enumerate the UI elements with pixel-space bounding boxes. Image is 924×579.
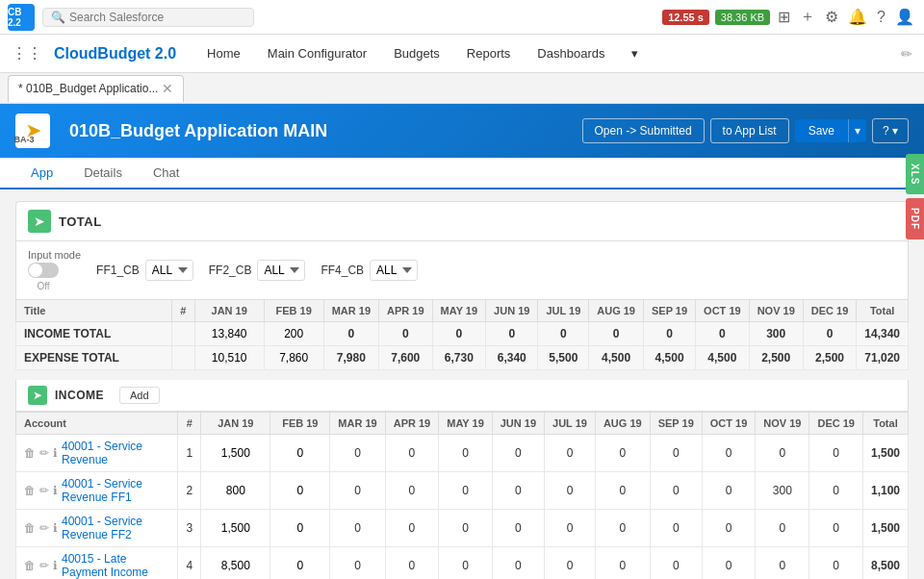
income-add-button[interactable]: Add xyxy=(119,387,160,404)
edit-pencil-icon[interactable]: ✏ xyxy=(901,46,912,62)
total-row-total: 71,020 xyxy=(857,346,909,370)
tab-details[interactable]: Details xyxy=(68,158,138,189)
income-col-may: MAY 19 xyxy=(439,413,493,435)
income-row-jan[interactable] xyxy=(201,435,270,472)
open-submitted-button[interactable]: Open -> Submitted xyxy=(582,118,705,143)
nav-reports[interactable]: Reports xyxy=(455,35,523,73)
grid-icon[interactable]: ⋮⋮ xyxy=(12,44,42,63)
ff2-select[interactable]: ALL xyxy=(257,260,305,281)
total-row-feb[interactable] xyxy=(264,346,323,370)
side-panel: XLS PDF xyxy=(906,154,924,239)
edit-icon[interactable]: ✏ xyxy=(39,446,49,460)
income-row-jan[interactable] xyxy=(201,472,270,510)
save-button[interactable]: Save xyxy=(795,119,848,142)
income-col-apr: APR 19 xyxy=(385,413,439,435)
income-title: INCOME xyxy=(55,389,104,402)
delete-icon[interactable]: 🗑 xyxy=(24,484,36,497)
income-col-sep: SEP 19 xyxy=(650,413,702,435)
account-link[interactable]: 40015 - Late Payment Income xyxy=(62,552,169,579)
total-row-jan[interactable] xyxy=(194,322,264,346)
income-col-jul: JUL 19 xyxy=(545,413,596,435)
nav-budgets[interactable]: Budgets xyxy=(382,35,451,73)
save-dropdown-button[interactable]: ▾ xyxy=(848,119,866,142)
income-row-feb[interactable] xyxy=(270,510,330,547)
menu-icon[interactable]: ⊞ xyxy=(776,6,792,28)
total-row-jan[interactable] xyxy=(194,346,264,370)
total-row-title: EXPENSE TOTAL xyxy=(16,346,172,370)
total-section-icon: ➤ xyxy=(28,210,51,233)
total-row-hash xyxy=(171,322,194,346)
income-row-account: 🗑✏ℹ 40001 - Service Revenue FF1 xyxy=(16,472,178,510)
income-row-account: 🗑✏ℹ 40001 - Service Revenue FF2 xyxy=(16,510,178,547)
tab-budget-application[interactable]: * 010B_Budget Applicatio... ✕ xyxy=(8,75,184,102)
nav-dashboards-arrow[interactable]: ▾ xyxy=(620,35,650,73)
total-row-hash xyxy=(171,346,194,370)
ff4-select[interactable]: ALL xyxy=(370,260,418,281)
income-col-total: Total xyxy=(862,413,908,435)
account-link[interactable]: 40001 - Service Revenue xyxy=(62,440,169,466)
col-jul: JUL 19 xyxy=(538,300,589,322)
income-col-account: Account xyxy=(16,413,178,435)
page-header: ➤ BA-3 010B_Budget Application MAIN Open… xyxy=(0,104,924,158)
nav-main-configurator[interactable]: Main Configurator xyxy=(256,35,378,73)
income-col-feb: FEB 19 xyxy=(270,413,330,435)
income-row-jan[interactable] xyxy=(201,510,270,547)
plus-icon[interactable]: ＋ xyxy=(798,5,817,29)
info-icon[interactable]: ℹ xyxy=(53,521,58,535)
settings-icon[interactable]: ⚙ xyxy=(823,6,840,28)
income-row-feb[interactable] xyxy=(270,435,330,472)
nav-dashboards[interactable]: Dashboards xyxy=(526,35,616,73)
info-icon[interactable]: ℹ xyxy=(53,484,58,497)
delete-icon[interactable]: 🗑 xyxy=(24,559,36,572)
info-icon[interactable]: ℹ xyxy=(53,446,58,460)
delete-icon[interactable]: 🗑 xyxy=(24,521,36,535)
income-col-aug: AUG 19 xyxy=(595,413,650,435)
edit-icon[interactable]: ✏ xyxy=(39,484,49,497)
page-header-icon: ➤ BA-3 xyxy=(15,113,50,148)
income-row-num: 3 xyxy=(178,510,201,547)
tab-chat[interactable]: Chat xyxy=(138,158,194,189)
tab-close-icon[interactable]: ✕ xyxy=(162,81,173,96)
controls-bar: Input mode Off FF1_CB ALL FF2_CB ALL FF4… xyxy=(15,240,909,299)
size-badge: 38.36 KB xyxy=(715,10,770,25)
income-table-row: 🗑✏ℹ 40001 - Service Revenue 1 0 0 0 0 0 … xyxy=(16,435,909,472)
delete-icon[interactable]: 🗑 xyxy=(24,446,36,460)
time-badge: 12.55 s xyxy=(662,10,709,25)
total-table: Title # JAN 19 FEB 19 MAR 19 APR 19 MAY … xyxy=(15,299,909,370)
col-hash: # xyxy=(171,300,194,322)
info-icon[interactable]: ℹ xyxy=(53,559,58,572)
income-row-num: 2 xyxy=(178,472,201,510)
col-jan: JAN 19 xyxy=(194,300,264,322)
input-mode-toggle[interactable] xyxy=(28,263,59,278)
search-bar[interactable]: 🔍 xyxy=(42,8,254,27)
income-row-jan[interactable] xyxy=(201,547,270,580)
income-section-header: ➤ INCOME Add xyxy=(15,380,909,412)
input-mode-label: Input mode xyxy=(28,249,81,261)
edit-icon[interactable]: ✏ xyxy=(39,521,49,535)
income-table-row: 🗑✏ℹ 40001 - Service Revenue FF1 2 0 0 0 … xyxy=(16,472,909,510)
income-row-num: 4 xyxy=(178,547,201,580)
account-link[interactable]: 40001 - Service Revenue FF1 xyxy=(62,477,169,504)
xls-button[interactable]: XLS xyxy=(906,154,924,194)
col-sep: SEP 19 xyxy=(644,300,696,322)
bell-icon[interactable]: 🔔 xyxy=(846,6,869,28)
account-link[interactable]: 40001 - Service Revenue FF2 xyxy=(62,515,169,541)
income-row-feb[interactable] xyxy=(270,547,330,580)
pdf-button[interactable]: PDF xyxy=(906,198,924,239)
total-row-title: INCOME TOTAL xyxy=(16,322,172,346)
toggle-off-label: Off xyxy=(37,281,49,291)
app-list-button[interactable]: to App List xyxy=(710,118,789,143)
tab-app[interactable]: App xyxy=(15,158,68,189)
income-row-feb[interactable] xyxy=(270,472,330,510)
ff1-select[interactable]: ALL xyxy=(145,260,193,281)
edit-icon[interactable]: ✏ xyxy=(39,559,49,572)
help-button[interactable]: ? ▾ xyxy=(872,118,909,143)
total-row-feb[interactable] xyxy=(264,322,323,346)
nav-home[interactable]: Home xyxy=(195,35,252,73)
avatar[interactable]: 👤 xyxy=(893,6,916,28)
app-nav: ⋮⋮ CloudBudget 2.0 Home Main Configurato… xyxy=(0,35,924,73)
search-input[interactable] xyxy=(69,11,223,24)
col-feb: FEB 19 xyxy=(264,300,323,322)
help-icon[interactable]: ? xyxy=(875,7,887,28)
total-table-row: EXPENSE TOTAL 7,980 7,600 6,730 6,340 5,… xyxy=(16,346,909,370)
